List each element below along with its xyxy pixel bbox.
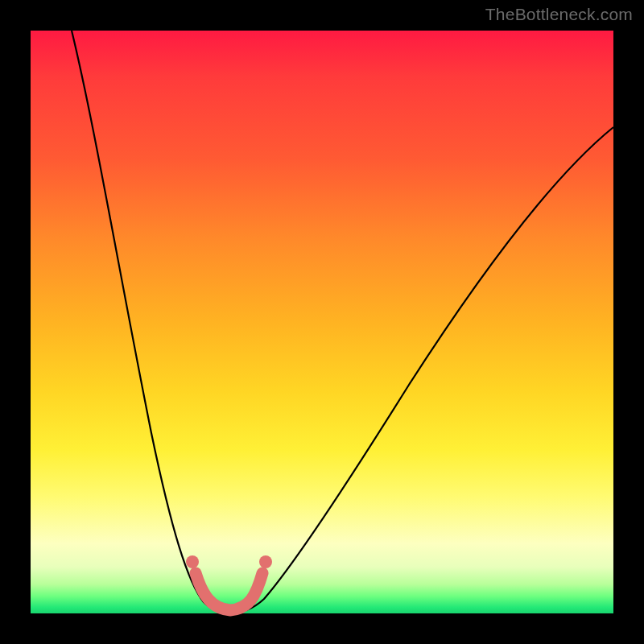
chart-svg (31, 31, 613, 613)
optimal-range-highlight (196, 573, 262, 610)
watermark-text: TheBottleneck.com (485, 5, 633, 24)
optimal-range-end-dot (259, 555, 272, 568)
bottleneck-curve (72, 31, 613, 613)
chart-frame: TheBottleneck.com (0, 0, 644, 644)
optimal-range-start-dot (186, 555, 199, 568)
